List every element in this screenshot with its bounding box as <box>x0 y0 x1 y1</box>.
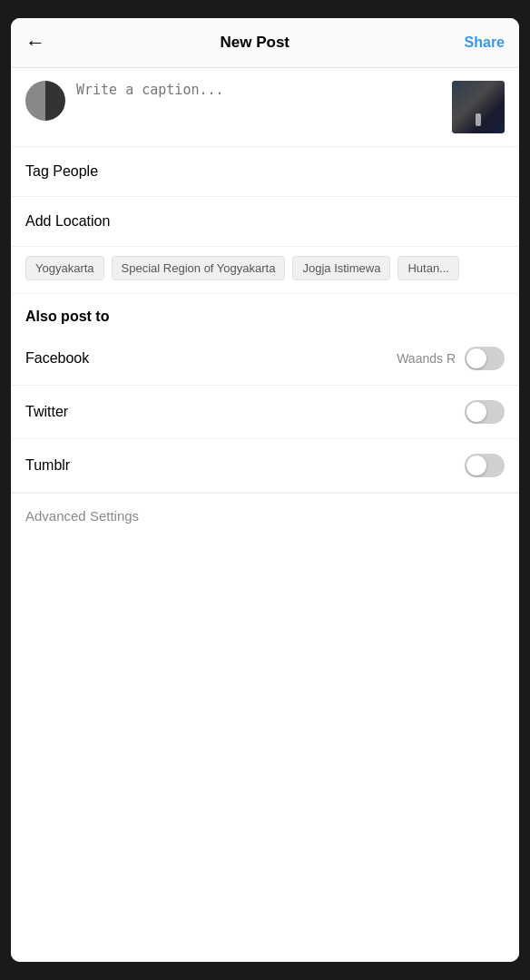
phone-frame: ← New Post Share Tag People Add Location <box>11 18 519 962</box>
add-location-label: Add Location <box>25 213 110 230</box>
post-thumbnail <box>452 81 505 133</box>
twitter-row: Twitter <box>11 386 519 439</box>
advanced-settings-row[interactable]: Advanced Settings <box>11 493 519 539</box>
caption-area <box>11 68 519 147</box>
tumblr-toggle-knob <box>466 456 486 475</box>
twitter-toggle[interactable] <box>465 400 505 424</box>
tumblr-row: Tumblr <box>11 439 519 493</box>
page-title: New Post <box>221 34 290 52</box>
location-tag-2[interactable]: Jogja Istimewa <box>292 256 390 280</box>
twitter-right <box>465 400 505 424</box>
back-button[interactable]: ← <box>25 31 45 54</box>
facebook-toggle[interactable] <box>465 347 505 370</box>
also-post-to-header: Also post to <box>11 294 519 332</box>
advanced-settings-label: Advanced Settings <box>25 508 139 524</box>
location-tag-0[interactable]: Yogyakarta <box>25 256 104 280</box>
twitter-label: Twitter <box>25 404 68 420</box>
caption-input[interactable] <box>76 81 443 121</box>
share-button[interactable]: Share <box>465 34 505 51</box>
location-tag-3[interactable]: Hutan... <box>398 256 459 280</box>
also-post-to-label: Also post to <box>25 309 109 324</box>
header: ← New Post Share <box>11 18 519 68</box>
twitter-toggle-knob <box>466 402 486 422</box>
thumbnail-image <box>452 81 505 133</box>
app-screen: ← New Post Share Tag People Add Location <box>11 18 519 962</box>
tumblr-toggle[interactable] <box>465 454 505 477</box>
facebook-toggle-knob <box>466 348 486 368</box>
tumblr-label: Tumblr <box>25 457 70 474</box>
content-area <box>11 539 519 962</box>
facebook-row: Facebook Waands R <box>11 332 519 386</box>
facebook-right: Waands R <box>397 347 505 370</box>
tag-people-row[interactable]: Tag People <box>11 147 519 197</box>
avatar <box>25 81 65 121</box>
tag-people-label: Tag People <box>25 163 98 180</box>
facebook-username: Waands R <box>397 351 456 366</box>
facebook-label: Facebook <box>25 350 89 367</box>
add-location-row[interactable]: Add Location <box>11 197 519 247</box>
location-tag-1[interactable]: Special Region of Yogyakarta <box>112 256 286 280</box>
location-tags-container: Yogyakarta Special Region of Yogyakarta … <box>11 247 519 294</box>
tumblr-right <box>465 454 505 477</box>
